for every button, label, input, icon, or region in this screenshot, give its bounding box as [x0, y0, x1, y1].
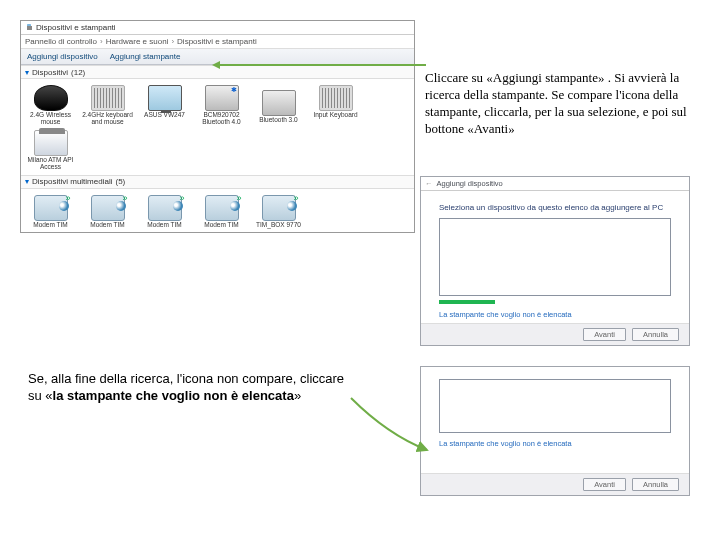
- annotation-text-2: Se, alla fine della ricerca, l'icona non…: [28, 371, 348, 405]
- group-label: Dispositivi multimediali: [32, 177, 112, 186]
- crumb-hardware[interactable]: Hardware e suoni: [106, 37, 174, 46]
- device-listbox[interactable]: [439, 218, 671, 296]
- chevron-down-icon: ▾: [25, 68, 29, 77]
- device-label: 2.4GHz keyboard and mouse: [80, 111, 135, 126]
- cancel-button[interactable]: Annulla: [632, 478, 679, 491]
- dialog-prompt: Seleziona un dispositivo da questo elenc…: [439, 203, 671, 212]
- kb-icon: [91, 85, 125, 111]
- add-device-dialog-1: ← Aggiungi dispositivo Seleziona un disp…: [420, 176, 690, 346]
- media-grid: Modem TIMModem TIMModem TIMModem TIMTIM_…: [21, 189, 414, 232]
- annotation-arrow-1: [216, 64, 426, 66]
- device-listbox[interactable]: [439, 379, 671, 433]
- device-item[interactable]: 2.4GHz keyboard and mouse: [80, 83, 135, 126]
- progress-bar: [439, 300, 495, 304]
- mouse-icon: [34, 85, 68, 111]
- devices-icon: [25, 24, 33, 32]
- dialog-titlebar: ← Aggiungi dispositivo: [421, 177, 689, 191]
- device-label: Input Keyboard: [313, 111, 357, 118]
- crumb-control-panel[interactable]: Pannello di controllo: [25, 37, 103, 46]
- device-item[interactable]: 2.4G Wireless mouse: [23, 83, 78, 126]
- next-button[interactable]: Avanti: [583, 328, 626, 341]
- next-button[interactable]: Avanti: [583, 478, 626, 491]
- device-item[interactable]: Modem TIM: [194, 193, 249, 228]
- printer-not-listed-link[interactable]: La stampante che voglio non è elencata: [439, 439, 671, 448]
- device-label: BCM920702 Bluetooth 4.0: [194, 111, 249, 126]
- device-item[interactable]: Modem TIM: [137, 193, 192, 228]
- device-label: Modem TIM: [147, 221, 182, 228]
- device-label: TIM_BOX 9770: [256, 221, 301, 228]
- device-item[interactable]: TIM_BOX 9770: [251, 193, 306, 228]
- device-item[interactable]: Milano ATM API Access: [23, 128, 78, 171]
- speak-icon: [91, 195, 125, 221]
- devices-and-printers-window: Dispositivi e stampanti Pannello di cont…: [20, 20, 415, 233]
- bt-icon: [205, 85, 239, 111]
- window-title: Dispositivi e stampanti: [36, 23, 116, 32]
- device-item[interactable]: Input Keyboard: [308, 83, 363, 126]
- devices-grid: 2.4G Wireless mouse2.4GHz keyboard and m…: [21, 79, 414, 175]
- device-item[interactable]: ASUS VW247: [137, 83, 192, 126]
- speak-icon: [34, 195, 68, 221]
- device-label: Modem TIM: [90, 221, 125, 228]
- add-device-dialog-2: La stampante che voglio non è elencata A…: [420, 366, 690, 496]
- chevron-down-icon: ▾: [25, 177, 29, 186]
- device-label: 2.4G Wireless mouse: [23, 111, 78, 126]
- add-device-button[interactable]: Aggiungi dispositivo: [27, 52, 98, 61]
- device-item[interactable]: Modem TIM: [23, 193, 78, 228]
- dialog-footer: Avanti Annulla: [421, 473, 689, 495]
- cancel-button[interactable]: Annulla: [632, 328, 679, 341]
- tim-icon: [34, 130, 68, 156]
- speak-icon: [148, 195, 182, 221]
- device-label: Bluetooth 3.0: [259, 116, 297, 123]
- window-titlebar: Dispositivi e stampanti: [21, 21, 414, 35]
- kb-icon: [319, 85, 353, 111]
- group-count: (12): [71, 68, 85, 77]
- group-label: Dispositivi: [32, 68, 68, 77]
- breadcrumb[interactable]: Pannello di controllo Hardware e suoni D…: [21, 35, 414, 49]
- device-item[interactable]: Modem TIM: [80, 193, 135, 228]
- device-label: Modem TIM: [33, 221, 68, 228]
- printer-not-listed-link[interactable]: La stampante che voglio non è elencata: [439, 310, 671, 319]
- annotation-arrow-2: [349, 396, 431, 456]
- back-arrow-icon[interactable]: ←: [425, 179, 433, 188]
- dialog-title: Aggiungi dispositivo: [437, 179, 503, 188]
- speak-icon: [205, 195, 239, 221]
- device-item[interactable]: Bluetooth 3.0: [251, 83, 306, 126]
- crumb-devices[interactable]: Dispositivi e stampanti: [177, 37, 260, 46]
- annotation-text-1: Cliccare su «Aggiungi stampante» . Si av…: [425, 70, 700, 138]
- mon-icon: [148, 85, 182, 111]
- add-printer-button[interactable]: Aggiungi stampante: [110, 52, 181, 61]
- device-item[interactable]: BCM920702 Bluetooth 4.0: [194, 83, 249, 126]
- speak-icon: [262, 195, 296, 221]
- dialog-footer: Avanti Annulla: [421, 323, 689, 345]
- group-count: (5): [115, 177, 125, 186]
- group-header-multimedia[interactable]: ▾ Dispositivi multimediali (5): [21, 175, 414, 189]
- device-label: Modem TIM: [204, 221, 239, 228]
- device-label: Milano ATM API Access: [23, 156, 78, 171]
- bt2-icon: [262, 90, 296, 116]
